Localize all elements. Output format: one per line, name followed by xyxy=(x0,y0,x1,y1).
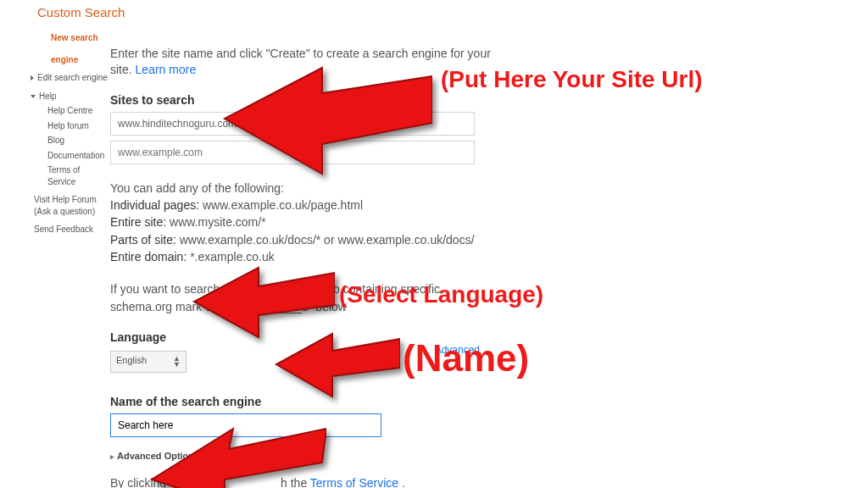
schema-hint-l1: If you want to search pages over entire … xyxy=(110,280,559,297)
advanced-options-toggle[interactable]: ▸Advanced Options xyxy=(110,451,559,461)
terms-pre: By clicking 'Cre xyxy=(110,476,191,488)
sidebar-visit-help-forum[interactable]: Visit Help Forum (Ask a question) xyxy=(34,194,108,217)
caret-right-small-icon: ▸ xyxy=(110,452,114,461)
terms-of-service-link[interactable]: Terms of Service . xyxy=(310,476,405,488)
language-select-value: English xyxy=(116,355,147,365)
app-title: Custom Search xyxy=(37,5,125,19)
sidebar-help[interactable]: Help xyxy=(31,91,108,103)
hint-individual-value: www.example.co.uk/page.html xyxy=(203,198,363,212)
hint-domain-value: *.example.co.uk xyxy=(190,250,275,263)
sidebar-help-label: Help xyxy=(39,92,57,101)
search-engine-name-input[interactable] xyxy=(110,413,381,437)
sidebar-edit-search-engine[interactable]: Edit search engine xyxy=(31,72,108,84)
hint-domain-label: Entire domain: xyxy=(110,250,190,263)
language-heading: Language xyxy=(110,330,559,344)
main-column: Enter the site name and click "Create" t… xyxy=(110,46,559,488)
hint-parts-label: Parts of site: xyxy=(110,233,180,247)
sidebar-blog[interactable]: Blog xyxy=(47,135,108,147)
hint-entire-site-label: Entire site: xyxy=(110,215,170,229)
sidebar-help-forum[interactable]: Help forum xyxy=(47,120,108,132)
terms-text: By clicking 'Cre xxxxxxxxxxxxxx h the Te… xyxy=(110,476,559,488)
site-url-placeholder-input[interactable] xyxy=(110,141,475,164)
schema-hint: If you want to search pages over entire … xyxy=(110,280,559,315)
sidebar-send-feedback[interactable]: Send Feedback xyxy=(34,224,108,236)
add-hint-block: You can add any of the following: Indivi… xyxy=(110,180,559,265)
caret-right-icon xyxy=(31,75,34,80)
site-url-input[interactable] xyxy=(110,112,475,136)
advanced-link[interactable]: Advanced xyxy=(435,344,480,356)
caret-down-icon xyxy=(31,95,36,98)
sidebar-visit-l1: Visit Help Forum xyxy=(34,195,97,204)
intro-line1: Enter the site name and click "Create" t… xyxy=(110,47,491,60)
sidebar-edit-label: Edit search engine xyxy=(37,73,108,82)
sidebar-visit-l2: (Ask a question) xyxy=(34,207,95,216)
advanced-options-label: Advanced Options xyxy=(117,451,199,461)
updown-icon: ▲▼ xyxy=(173,356,181,368)
hint-parts-value: www.example.co.uk/docs/* or www.example.… xyxy=(180,233,475,247)
sidebar-new-search-2[interactable]: engine xyxy=(51,54,108,66)
intro-text: Enter the site name and click "Create" t… xyxy=(110,46,559,78)
hint-individual-label: Individual pages: xyxy=(110,198,203,212)
sidebar: New search engine Edit search engine Hel… xyxy=(24,32,108,236)
terms-mid: h the xyxy=(281,476,310,488)
add-hint-intro: You can add any of the following: xyxy=(110,180,559,197)
language-select[interactable]: English ▲▼ xyxy=(110,351,186,373)
learn-more-link[interactable]: Learn more xyxy=(136,63,197,76)
intro-line2a: site. xyxy=(110,63,136,76)
hint-entire-site-value: www.mysite.com/* xyxy=(170,215,266,229)
sidebar-new-search[interactable]: New search xyxy=(51,32,108,44)
sidebar-documentation[interactable]: Documentation xyxy=(47,150,108,162)
sidebar-tos[interactable]: Terms of Service xyxy=(47,164,108,187)
sites-to-search-heading: Sites to search xyxy=(110,93,559,107)
sidebar-help-centre[interactable]: Help Centre xyxy=(47,105,108,117)
name-heading: Name of the search engine xyxy=(110,395,559,408)
schema-hint-l2: schema.org mark-up ____________d" below xyxy=(110,298,559,315)
